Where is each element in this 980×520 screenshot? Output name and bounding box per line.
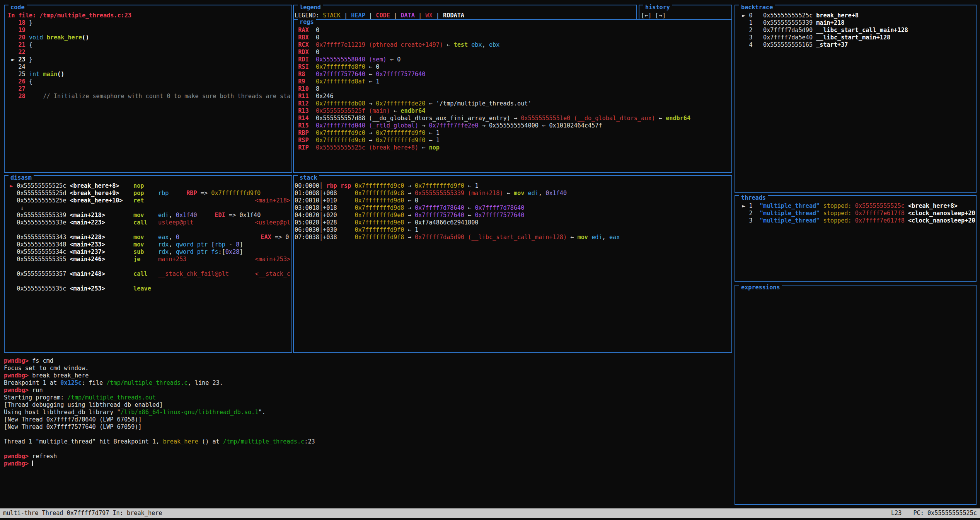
text-segment: stopped: — [823, 202, 852, 209]
text-segment: 0x555555555339 — [17, 212, 66, 219]
text-segment: 0x7ffff7e11219 (pthread_create+1497) — [316, 41, 443, 48]
text-segment: 22 — [8, 49, 26, 56]
threads-panel: threads ► 1 "multiple_thread" stopped: 0… — [735, 195, 977, 282]
text-segment — [10, 219, 17, 226]
text-segment: | — [415, 12, 425, 19]
text-segment: mov — [514, 190, 524, 197]
text-segment: 0x7fffffffd9f0 — [211, 190, 261, 197]
text-segment: pwndbg> — [4, 357, 32, 364]
text-segment — [105, 212, 133, 219]
terminal-line: Starting program: /tmp/multiple_threads.… — [4, 394, 731, 401]
code-line: 21 { — [8, 41, 291, 49]
text-segment: ← — [404, 226, 414, 233]
legend-line: LEGEND: STACK | HEAP | CODE | DATA | WX … — [295, 12, 636, 19]
text-segment: 0x7ffff7e617f8 — [855, 210, 905, 217]
regs-panel-content: RAX 0 RBX 0 RCX 0x7ffff7e11219 (pthread_… — [294, 20, 731, 172]
terminal-output[interactable]: pwndbg> fs cmdFocus set to cmd window.pw… — [4, 357, 731, 467]
text-segment: } — [29, 19, 32, 26]
text-segment: 06:0030 — [295, 226, 319, 233]
text-segment: 20 — [8, 34, 29, 41]
text-segment: 1 — [738, 19, 763, 26]
disasm-line-right-annotation: <__stack_c — [255, 270, 290, 278]
status-thread-info: multi-thre Thread 0x7ffff7d797 In: break… — [3, 508, 162, 518]
text-segment: pwndbg> — [4, 453, 32, 460]
history-buttons-row: [←] [→] — [641, 12, 731, 19]
text-segment: () — [57, 71, 64, 78]
stack-row: 05:0028│+028 0x7fffffffd9e8 ← 0xf7a4866c… — [295, 219, 731, 226]
thread-entry: ► 1 "multiple_thread" stopped: 0x5555555… — [738, 202, 976, 210]
text-segment: 0x28 — [225, 248, 240, 255]
text-segment: RBX — [295, 34, 316, 41]
text-segment: ← — [464, 182, 475, 189]
text-segment: Thread 1 "multiple_thread" hit Breakpoin… — [4, 438, 163, 445]
text-segment — [813, 34, 816, 41]
text-segment: 0x55555555525c — [17, 182, 66, 189]
text-segment: ← — [567, 234, 577, 241]
text-segment — [905, 210, 908, 217]
backtrace-entry: ► 0 0x55555555525c break_here+8 — [738, 12, 976, 19]
text-segment: 0x7ffff7577640 — [376, 71, 425, 78]
text-segment: 0x7fffffffd9c8 — [355, 190, 404, 197]
disasm-line: 0x55555555535c <main+253> leave — [10, 285, 291, 292]
thread-entry: 3 "multiple_thread" stopped: 0x7ffff7e61… — [738, 217, 976, 224]
text-segment: [Thread debugging using libthread_db ena… — [4, 401, 163, 408]
text-segment: mov — [578, 234, 588, 241]
text-segment: 0x555555555339 (main+218) — [415, 190, 503, 197]
backtrace-entry: 2 0x7ffff7da5d90 __libc_start_call_main+… — [738, 27, 976, 34]
text-segment: , — [169, 241, 176, 248]
text-segment — [813, 19, 816, 26]
terminal-line: Thread 1 "multiple_thread" hit Breakpoin… — [4, 438, 731, 445]
text-segment: edi — [528, 190, 539, 197]
text-segment — [337, 212, 355, 219]
terminal-line: [New Thread 0x7ffff7577640 (LWP 67059)] — [4, 423, 731, 431]
status-line-indicator: L23 — [891, 510, 902, 517]
register-row: RDX 0 — [295, 49, 731, 56]
code-line: ► 23 } — [8, 56, 291, 63]
terminal-line — [4, 431, 731, 438]
disasm-line: ↓ — [10, 204, 291, 212]
text-segment: │ — [319, 212, 323, 219]
disasm-panel-content: ► 0x55555555525c <break_here+8> nop 0x55… — [5, 176, 291, 352]
text-segment: rbp rsp — [326, 182, 351, 189]
text-segment: +030 — [323, 226, 337, 233]
text-segment: ". — [258, 409, 265, 416]
history-back-button[interactable]: [←] — [641, 12, 651, 19]
text-segment: 0x7ffff7d78640 — [415, 204, 464, 211]
terminal-line: [Thread debugging using libthread_db ena… — [4, 401, 731, 409]
text-segment: 03:0018 — [295, 204, 319, 211]
disasm-line-right-annotation: <main+253> — [255, 256, 290, 263]
disasm-line: ► 0x55555555525c <break_here+8> nop — [10, 182, 291, 190]
text-segment: , — [539, 190, 545, 197]
register-row: R14 0x555555557d88 (__do_global_dtors_au… — [295, 115, 731, 122]
text-segment: ← — [655, 115, 666, 122]
text-segment: 0x555555555165 — [763, 41, 813, 48]
text-segment: 3 — [738, 217, 760, 224]
text-segment: +008 — [323, 190, 337, 197]
text-segment: ← — [425, 137, 436, 144]
text-segment: R12 — [295, 100, 316, 107]
register-row: R9 0x7fffffffd8af ← 1 — [295, 78, 731, 85]
backtrace-panel: backtrace ► 0 0x55555555525c break_here+… — [735, 5, 977, 193]
history-forward-button[interactable]: [→] — [655, 12, 666, 19]
text-segment: 0x1f40 — [239, 212, 261, 219]
register-row: R10 8 — [295, 85, 731, 93]
text-segment: 0x7fffffffdb08 — [316, 100, 365, 107]
text-segment: <break_here+9> — [66, 190, 119, 197]
text-segment — [105, 285, 133, 292]
text-segment: R9 — [295, 78, 316, 85]
text-segment — [10, 190, 17, 197]
text-segment: mov — [133, 234, 144, 241]
text-segment: , — [169, 248, 176, 255]
text-segment: ← — [464, 204, 475, 211]
text-segment: | — [390, 12, 401, 19]
text-segment: 0x555555554000 — [489, 122, 539, 129]
disasm-line: 0x555555555357 <main+248> call __stack_c… — [10, 270, 291, 278]
text-segment: qword ptr — [176, 241, 211, 248]
stack-row: 02:0010│+010 0x7fffffffd9d0 ← 0 — [295, 197, 731, 204]
text-segment: 0x7ffff7e617f8 — [855, 217, 905, 224]
register-row: RBX 0 — [295, 34, 731, 41]
text-segment: 0x5555555551e0 (__do_global_dtors_aux) — [521, 115, 655, 122]
text-segment: ] — [239, 248, 243, 255]
text-segment — [10, 285, 17, 292]
text-segment: 0x7ffff7577640 — [415, 212, 464, 219]
